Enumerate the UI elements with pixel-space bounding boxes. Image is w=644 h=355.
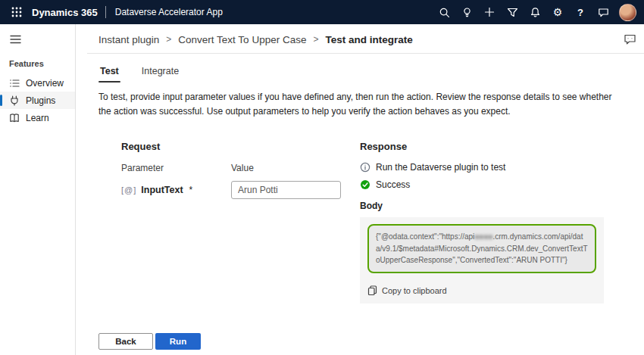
sidebar-item-label: Overview — [26, 78, 64, 89]
value-column-header: Value — [231, 163, 352, 173]
breadcrumb-item-instant-plugin[interactable]: Instant plugin — [98, 34, 159, 45]
parameter-row: [@] InputText * — [121, 185, 231, 195]
tab-test[interactable]: Test — [98, 61, 120, 83]
response-body-text[interactable]: {"@odata.context":"https://api●●●●.crm.d… — [367, 224, 596, 273]
copy-icon — [367, 285, 377, 296]
lightbulb-icon[interactable] — [455, 0, 478, 24]
app-subtitle: Dataverse Accelerator App — [115, 7, 223, 17]
waffle-icon[interactable] — [3, 0, 30, 24]
breadcrumb: Instant plugin > Convert Text To Upper C… — [98, 34, 413, 45]
info-message: Run the Dataverse plugin to test — [376, 162, 505, 173]
footer-actions: Back Run — [98, 333, 201, 350]
help-glyph: ? — [577, 7, 583, 18]
copy-label: Copy to clipboard — [382, 286, 447, 295]
tab-label: Integrate — [142, 66, 179, 76]
search-icon[interactable] — [433, 0, 455, 24]
breadcrumb-separator: > — [166, 34, 171, 45]
send-feedback-icon[interactable] — [624, 33, 636, 45]
overview-icon — [9, 78, 20, 89]
tab-bar: Test Integrate — [98, 61, 621, 83]
run-button[interactable]: Run — [155, 333, 201, 350]
breadcrumb-item-current: Test and integrate — [325, 34, 412, 45]
breadcrumb-item-plugin-name[interactable]: Convert Text To Upper Case — [178, 34, 306, 45]
sidebar: Features Overview Plugins Learn — [0, 24, 76, 355]
response-section: Response Run the Dataverse plugin to tes… — [360, 141, 604, 304]
plugin-icon — [9, 95, 20, 106]
parameter-name: InputText — [141, 185, 183, 195]
success-check-icon — [360, 179, 370, 190]
body-label: Body — [360, 201, 604, 211]
info-icon — [360, 162, 370, 173]
required-asterisk: * — [189, 185, 193, 195]
redacted-org-name: ●●●● — [474, 232, 492, 241]
inputtext-field[interactable] — [231, 181, 341, 199]
request-title: Request — [121, 141, 360, 152]
topbar-divider — [105, 6, 106, 18]
topbar-actions: ⚙ ? — [433, 0, 644, 24]
hamburger-menu-icon[interactable] — [6, 30, 24, 48]
back-button[interactable]: Back — [98, 333, 153, 350]
sidebar-item-overview[interactable]: Overview — [0, 74, 75, 92]
help-icon[interactable]: ? — [569, 0, 592, 24]
response-title: Response — [360, 141, 604, 152]
app-title[interactable]: Dynamics 365 — [32, 7, 98, 18]
tab-label: Test — [100, 66, 119, 76]
request-section: Request Parameter Value [@] InputText * — [98, 141, 360, 304]
gear-glyph: ⚙ — [553, 6, 563, 18]
feedback-chat-icon[interactable] — [592, 0, 614, 24]
book-icon — [9, 113, 20, 123]
breadcrumb-separator: > — [313, 34, 318, 45]
sidebar-item-label: Learn — [26, 113, 49, 123]
copy-to-clipboard-button[interactable]: Copy to clipboard — [367, 285, 447, 296]
intro-text: To test, provide input parameter values … — [98, 90, 621, 118]
gear-icon[interactable]: ⚙ — [546, 0, 569, 24]
parameter-type-icon: [@] — [121, 185, 136, 195]
user-avatar[interactable] — [619, 4, 636, 21]
filter-icon[interactable] — [501, 0, 524, 24]
info-row: Run the Dataverse plugin to test — [360, 162, 604, 173]
bell-icon[interactable] — [524, 0, 546, 24]
main-content: Instant plugin > Convert Text To Upper C… — [76, 24, 644, 355]
sidebar-item-plugins[interactable]: Plugins — [0, 92, 75, 109]
tab-integrate[interactable]: Integrate — [140, 61, 180, 83]
body-text-prefix: {"@odata.context":"https://api — [376, 232, 474, 241]
status-text: Success — [376, 179, 410, 190]
parameter-column-header: Parameter — [121, 163, 231, 173]
sidebar-item-label: Plugins — [26, 95, 55, 106]
sidebar-section-label: Features — [0, 54, 75, 74]
response-body-panel: {"@odata.context":"https://api●●●●.crm.d… — [360, 217, 604, 304]
status-row: Success — [360, 179, 604, 190]
sidebar-item-learn[interactable]: Learn — [0, 109, 75, 126]
top-app-bar: Dynamics 365 Dataverse Accelerator App ⚙… — [0, 0, 644, 24]
add-icon[interactable] — [478, 0, 501, 24]
